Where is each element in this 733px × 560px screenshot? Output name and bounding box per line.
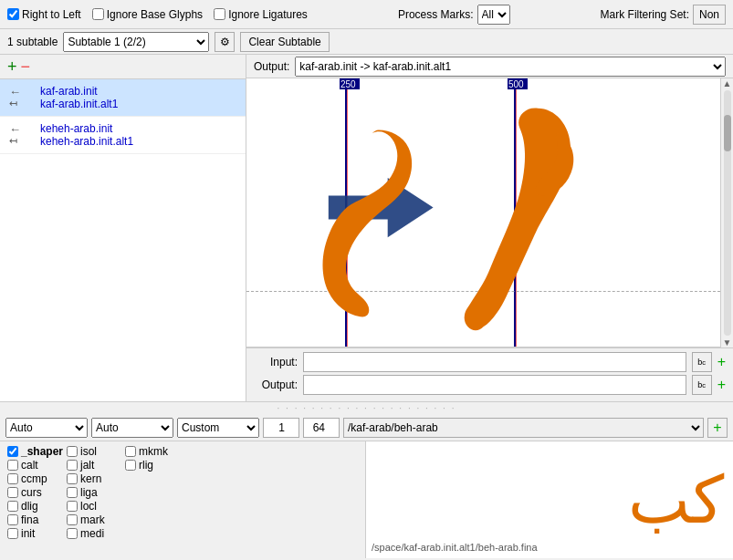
input-label: Input: — [254, 356, 298, 368]
list-item[interactable]: mkmk — [125, 445, 180, 458]
right-to-left-checkbox[interactable] — [7, 8, 19, 20]
path-add-button[interactable]: + — [707, 418, 728, 438]
scroll-down-arrow[interactable]: ▼ — [723, 337, 732, 347]
list-item[interactable]: isol — [67, 445, 121, 458]
feature-label-medi: medi — [80, 527, 104, 540]
feature-checkbox-mark[interactable] — [67, 514, 78, 525]
output-field[interactable]: kaf-arab.init.alt1 — [303, 375, 686, 395]
feature-checkbox-locl[interactable] — [67, 501, 78, 512]
rule-icon: ← ↤ — [7, 83, 35, 112]
list-item[interactable]: liga — [67, 486, 121, 499]
path-select[interactable]: /kaf-arab/beh-arab — [343, 418, 704, 438]
rule-line1: keheh-arab.init — [40, 122, 133, 135]
list-item[interactable]: medi — [67, 527, 121, 540]
feature-checkbox-jalt[interactable] — [67, 460, 78, 471]
scroll-up-arrow[interactable]: ▲ — [723, 78, 732, 88]
feature-label-calt: calt — [21, 459, 38, 472]
output-add-button[interactable]: + — [717, 377, 726, 393]
feature-checkbox-mkmk[interactable] — [125, 446, 136, 457]
output-bar: Output: kaf-arab.init -> kaf-arab.init.a… — [246, 55, 733, 78]
add-remove-bar: + − — [0, 55, 246, 79]
process-marks-select[interactable]: All — [477, 5, 510, 25]
ignore-ligatures-checkbox-label[interactable]: Ignore Ligatures — [214, 8, 308, 21]
dots-divider: · · · · · · · · · · · · · · · · · · · · … — [0, 402, 733, 414]
list-item[interactable]: kern — [67, 472, 121, 485]
feature-checkbox-shaper[interactable] — [7, 446, 18, 457]
list-item[interactable]: locl — [67, 500, 121, 513]
canvas-inner: 250 500 — [246, 78, 720, 347]
list-item[interactable]: dlig — [7, 500, 63, 513]
vertical-scrollbar[interactable]: ▲ ▼ — [720, 78, 733, 347]
feature-label-dlig: dlig — [21, 500, 38, 513]
rule-line2: keheh-arab.init.alt1 — [40, 135, 133, 148]
size-input[interactable]: 64 — [303, 418, 340, 438]
input-field[interactable]: kaf-arab.init — [303, 352, 686, 372]
list-item[interactable]: _shaper — [7, 445, 63, 458]
remove-rule-button[interactable]: − — [21, 58, 31, 75]
feature-checkbox-dlig[interactable] — [7, 501, 18, 512]
feature-label-init: init — [21, 527, 35, 540]
input-add-button[interactable]: + — [717, 354, 726, 370]
vert-scroll-track — [724, 90, 731, 336]
input-row: Input: kaf-arab.init bc + — [254, 352, 726, 372]
feature-checkbox-liga[interactable] — [67, 487, 78, 498]
auto-select-1[interactable]: Auto — [5, 418, 88, 438]
custom-select[interactable]: Custom — [177, 418, 259, 438]
auto-select-2[interactable]: Auto — [91, 418, 173, 438]
ignore-base-glyphs-checkbox-label[interactable]: Ignore Base Glyphs — [92, 8, 203, 21]
input-lookup-button[interactable]: bc — [692, 352, 712, 372]
features-panel: _shaper calt ccmp curs dlig — [0, 441, 365, 558]
feature-checkbox-init[interactable] — [7, 528, 18, 539]
list-item[interactable]: init — [7, 527, 63, 540]
right-to-left-checkbox-label[interactable]: Right to Left — [7, 8, 81, 21]
feature-checkbox-isol[interactable] — [67, 446, 78, 457]
list-item[interactable]: mark — [67, 513, 121, 526]
feature-checkbox-rlig[interactable] — [125, 460, 136, 471]
rule-icon: ← ↤ — [7, 120, 35, 150]
output-select[interactable]: kaf-arab.init -> kaf-arab.init.alt1 — [295, 57, 726, 77]
feature-checkbox-kern[interactable] — [67, 473, 78, 484]
output-label: Output: — [254, 379, 298, 391]
table-row[interactable]: ← ↤ keheh-arab.init keheh-arab.init.alt1 — [0, 117, 246, 154]
list-item[interactable]: fina — [7, 513, 63, 526]
feature-checkbox-calt[interactable] — [7, 460, 18, 471]
feature-checkbox-medi[interactable] — [67, 528, 78, 539]
list-item[interactable]: curs — [7, 486, 63, 499]
feature-col-2: mkmk rlig — [125, 445, 180, 555]
feature-checkbox-curs[interactable] — [7, 487, 18, 498]
feature-label-mark: mark — [80, 513, 105, 526]
rule-item-labels: kaf-arab.init kaf-arab.init.alt1 — [40, 85, 118, 110]
feature-checkbox-ccmp[interactable] — [7, 473, 18, 484]
preview-path: /space/kaf-arab.init.alt1/beh-arab.fina — [372, 542, 538, 553]
mark-filtering-set-section: Mark Filtering Set: Non — [601, 5, 726, 25]
ignore-ligatures-checkbox[interactable] — [214, 8, 225, 20]
svg-text:←: ← — [9, 122, 21, 136]
feature-label-ccmp: ccmp — [21, 472, 47, 485]
non-button[interactable]: Non — [693, 5, 726, 25]
feature-label-shaper: _shaper — [21, 445, 63, 458]
list-item[interactable]: ccmp — [7, 472, 63, 485]
clear-subtable-button[interactable]: Clear Subtable — [240, 32, 329, 52]
subtable-select[interactable]: Subtable 1 (2/2) — [63, 32, 209, 52]
feature-checkbox-fina[interactable] — [7, 514, 18, 525]
add-rule-button[interactable]: + — [7, 58, 17, 75]
svg-text:↤: ↤ — [9, 98, 17, 109]
subtable-bar: 1 subtable Subtable 1 (2/2) ⚙ Clear Subt… — [0, 29, 733, 55]
bottom-panel: · · · · · · · · · · · · · · · · · · · · … — [0, 401, 733, 558]
count-spinner: 1 — [263, 418, 299, 438]
rule-line1: kaf-arab.init — [40, 85, 118, 98]
feature-label-isol: isol — [80, 445, 97, 458]
horizontal-scrollbar[interactable]: ◀ ▶ — [246, 347, 720, 347]
table-row[interactable]: ← ↤ kaf-arab.init kaf-arab.init.alt1 — [0, 79, 246, 117]
vert-scroll-thumb[interactable] — [724, 115, 731, 151]
list-item[interactable]: calt — [7, 459, 63, 472]
count-input[interactable]: 1 — [263, 418, 299, 438]
preview-panel: كب /space/kaf-arab.init.alt1/beh-arab.fi… — [365, 441, 733, 558]
process-marks-label: Process Marks: — [398, 8, 474, 21]
output-lookup-button[interactable]: bc — [692, 375, 712, 395]
list-item[interactable]: rlig — [125, 459, 180, 472]
subtable-settings-button[interactable]: ⚙ — [215, 32, 235, 52]
ignore-base-glyphs-checkbox[interactable] — [92, 8, 104, 20]
list-item[interactable]: jalt — [67, 459, 121, 472]
rule-line2: kaf-arab.init.alt1 — [40, 98, 118, 110]
